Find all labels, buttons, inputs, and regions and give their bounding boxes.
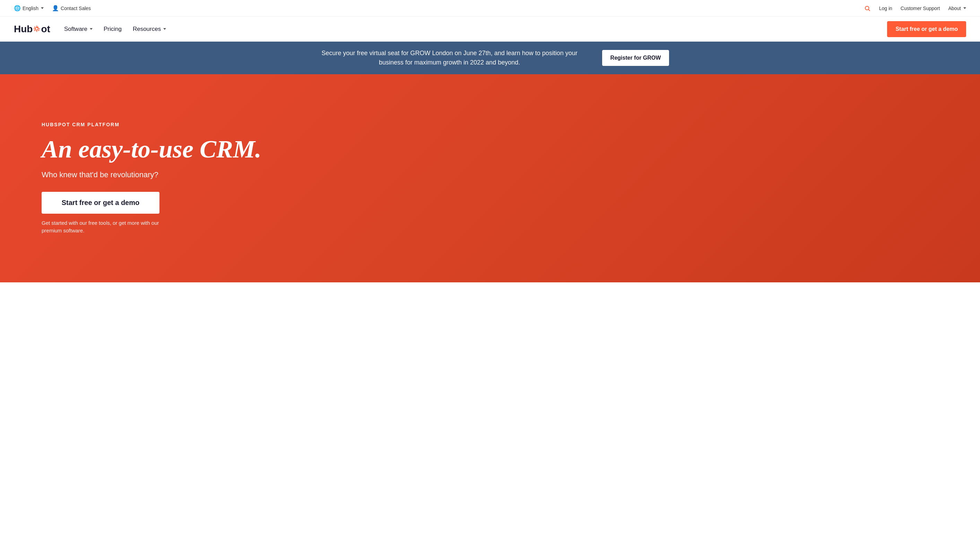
- pricing-link[interactable]: Pricing: [104, 26, 122, 33]
- svg-rect-9: [38, 29, 40, 31]
- contact-sales-label: Contact Sales: [61, 6, 91, 11]
- logo-hub-text: Hub: [14, 24, 33, 35]
- hero-title: An easy-to-use CRM.: [42, 136, 261, 163]
- svg-rect-8: [34, 26, 36, 28]
- software-label: Software: [64, 26, 87, 33]
- hero-subtitle: Who knew that'd be revolutionary?: [42, 170, 158, 179]
- resources-label: Resources: [133, 26, 161, 33]
- language-label: English: [22, 6, 38, 11]
- svg-line-1: [868, 10, 870, 11]
- svg-rect-5: [37, 30, 37, 32]
- announcement-banner: Secure your free virtual seat for GROW L…: [0, 42, 980, 74]
- nav-links: Software Pricing Resources: [64, 26, 166, 33]
- logo-spot-text: ot: [41, 24, 50, 35]
- svg-rect-6: [34, 28, 35, 29]
- customer-support-label: Customer Support: [901, 6, 940, 11]
- main-nav: Hub ot Software Pr: [0, 17, 980, 42]
- nav-cta-button[interactable]: Start free or get a demo: [887, 21, 966, 37]
- about-chevron-icon: [963, 7, 966, 9]
- customer-support-link[interactable]: Customer Support: [901, 6, 940, 11]
- about-label: About: [948, 6, 961, 11]
- hero-disclaimer: Get started with our free tools, or get …: [42, 219, 160, 235]
- banner-register-button[interactable]: Register for GROW: [602, 50, 670, 66]
- search-button[interactable]: [864, 5, 871, 12]
- hero-eyebrow: HUBSPOT CRM PLATFORM: [42, 122, 120, 127]
- svg-point-3: [36, 28, 38, 30]
- contact-sales-link[interactable]: 👤 Contact Sales: [52, 5, 91, 11]
- svg-rect-4: [37, 25, 37, 27]
- hubspot-logo[interactable]: Hub ot: [14, 24, 50, 35]
- resources-chevron-icon: [163, 28, 166, 30]
- software-chevron-icon: [90, 28, 93, 30]
- svg-rect-7: [38, 28, 40, 29]
- globe-icon: 🌐: [14, 5, 21, 11]
- top-bar-right: Log in Customer Support About: [864, 5, 966, 12]
- software-menu[interactable]: Software: [64, 26, 93, 33]
- svg-rect-11: [34, 29, 36, 31]
- language-selector[interactable]: 🌐 English: [14, 5, 44, 11]
- hero-section: HUBSPOT CRM PLATFORM An easy-to-use CRM.…: [0, 74, 980, 282]
- top-bar: 🌐 English 👤 Contact Sales Log in Custome…: [0, 0, 980, 17]
- svg-point-0: [865, 6, 869, 10]
- login-link[interactable]: Log in: [879, 6, 892, 11]
- hubspot-sprocket-icon: [33, 25, 40, 33]
- hero-cta-button[interactable]: Start free or get a demo: [42, 192, 160, 214]
- about-menu[interactable]: About: [948, 6, 966, 11]
- nav-left: Hub ot Software Pr: [14, 24, 166, 35]
- person-icon: 👤: [52, 5, 59, 11]
- top-bar-left: 🌐 English 👤 Contact Sales: [14, 5, 91, 11]
- language-chevron-icon: [41, 7, 44, 9]
- login-label: Log in: [879, 6, 892, 11]
- resources-menu[interactable]: Resources: [133, 26, 166, 33]
- banner-text: Secure your free virtual seat for GROW L…: [311, 48, 588, 67]
- pricing-label: Pricing: [104, 26, 122, 33]
